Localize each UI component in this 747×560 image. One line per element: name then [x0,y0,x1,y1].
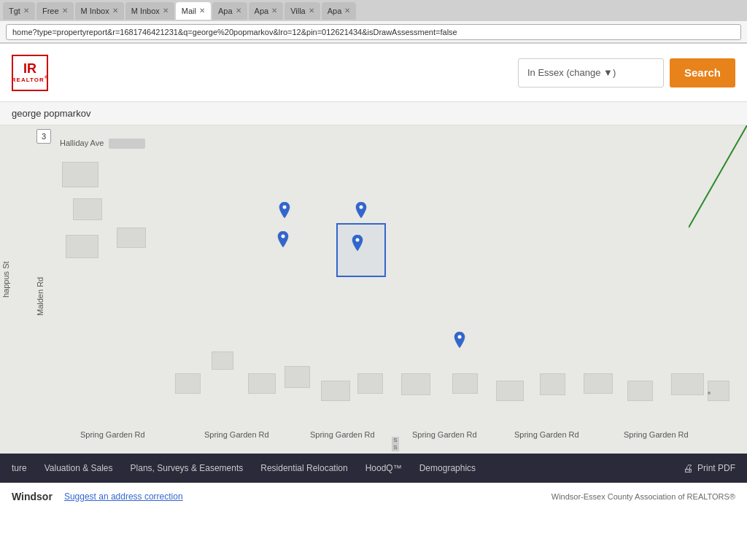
tab-label: Free [42,7,59,15]
tab-close[interactable]: ✕ [199,7,205,15]
map-block [401,373,430,395]
print-button[interactable]: 🖨 Print PDF [683,462,735,474]
map-block [73,198,102,220]
map-block [540,373,565,395]
svg-point-2 [360,206,363,209]
street-label-spring5: Spring Garden Rd [514,430,579,439]
nav-item-demographics[interactable]: Demographics [419,463,476,473]
tab-label: Apa [218,7,233,15]
tab-label: Apa [255,7,269,15]
map-block [584,373,613,394]
tab-close[interactable]: ✕ [344,7,350,15]
map-selection-box [336,223,386,277]
street-label-spring1: Spring Garden Rd [80,430,145,439]
tab-label: Villa [290,7,306,15]
tab-label: Mail [182,7,196,15]
realtor-logo: IR REALTOR® [12,55,48,91]
street-label-spring3: Spring Garden Rd [310,430,375,439]
search-button[interactable]: Search [670,58,735,88]
map-block [708,381,729,401]
street-label-spring4: Spring Garden Rd [412,430,477,439]
tab-close[interactable]: ✕ [112,7,118,15]
search-location-display[interactable]: In Essex (change ▼) [518,58,664,88]
street-label-spring2: Spring Garden Rd [204,430,269,439]
map-pin-2[interactable] [355,202,368,218]
nav-item-ture[interactable]: ture [12,463,27,473]
tab-free[interactable]: Free ✕ [36,2,74,20]
tab-mail[interactable]: Mail ✕ [176,2,211,20]
svg-point-5 [458,335,462,339]
tab-bar: Tgt ✕ Free ✕ M Inbox ✕ M Inbox ✕ Mail ✕ … [0,0,747,21]
tab-close[interactable]: ✕ [236,7,241,15]
street-label-halliday: Halliday Ave [60,139,145,149]
tab-label: M Inbox [81,7,109,15]
tab-close[interactable]: ✕ [163,7,169,15]
map-pin-5[interactable] [453,332,466,348]
map-block [248,373,276,394]
tab-close[interactable]: ✕ [271,7,277,15]
tab-close[interactable]: ✕ [309,7,314,15]
logo-box: IR REALTOR® [12,55,48,91]
footer-copyright: Windsor-Essex County Association of REAL… [551,492,735,501]
tab-apa2[interactable]: Apa ✕ [249,2,284,20]
tab-label: Apa [328,7,342,15]
map-block [66,235,98,258]
street-label-spring6: Spring Garden Rd [624,430,689,439]
map-container[interactable]: 3 Halliday Ave happus St Malden Rd Sprin… [0,125,747,454]
street-label-chappus: happus St [1,261,10,298]
map-block [496,381,524,401]
printer-icon: 🖨 [683,462,693,474]
tab-tgt[interactable]: Tgt ✕ [3,2,35,20]
nav-item-hoodq[interactable]: HoodQ™ [365,463,402,473]
map-block [175,373,201,394]
map-block [321,381,350,401]
map-block [452,373,478,394]
query-bar: george popmarkov [0,102,747,125]
tab-villa[interactable]: Villa ✕ [285,2,320,20]
tab-label: Tgt [9,7,20,15]
tab-inbox2[interactable]: M Inbox ✕ [125,2,174,20]
footer: Windsor Suggest an address correction Wi… [0,483,747,509]
nav-item-relocation[interactable]: Residential Relocation [260,463,347,473]
map-block [627,381,653,401]
address-bar [0,21,747,43]
tab-inbox1[interactable]: M Inbox ✕ [75,2,124,20]
svg-point-1 [283,206,287,209]
tab-apa3[interactable]: Apa ✕ [322,2,357,20]
print-label: Print PDF [697,463,735,473]
map-block [212,351,233,370]
realtor-header: IR REALTOR® In Essex (change ▼) Search [0,44,747,102]
map-block [62,162,98,187]
map-background [0,125,747,454]
map-pin-3[interactable] [276,231,290,247]
tab-apa1[interactable]: Apa ✕ [212,2,247,20]
logo-ir-text: IR [23,62,36,75]
tab-label: M Inbox [131,7,160,15]
road-marker: SS [392,437,399,451]
nav-item-plans[interactable]: Plans, Surveys & Easements [131,463,244,473]
address-input[interactable] [6,24,741,40]
suggest-correction-link[interactable]: Suggest an address correction [64,491,183,502]
bottom-navigation: ture Valuation & Sales Plans, Surveys & … [0,454,747,483]
map-block [357,373,383,394]
map-block [117,228,146,248]
query-text: george popmarkov [12,108,90,119]
map-block [671,373,704,395]
map-zoom-badge: 3 [36,129,51,144]
tab-close[interactable]: ✕ [62,7,68,15]
search-area: In Essex (change ▼) Search [518,58,735,88]
footer-city: Windsor [12,491,53,502]
tab-close[interactable]: ✕ [23,7,29,15]
street-label-malden: Malden Rd [36,277,44,316]
logo-realtor-text: REALTOR® [12,75,48,83]
browser-chrome: Tgt ✕ Free ✕ M Inbox ✕ M Inbox ✕ Mail ✕ … [0,0,747,44]
map-pin-1[interactable] [278,202,291,218]
map-dot [708,392,711,394]
map-block [285,366,310,388]
svg-point-3 [282,235,285,238]
nav-item-valuation[interactable]: Valuation & Sales [44,463,113,473]
